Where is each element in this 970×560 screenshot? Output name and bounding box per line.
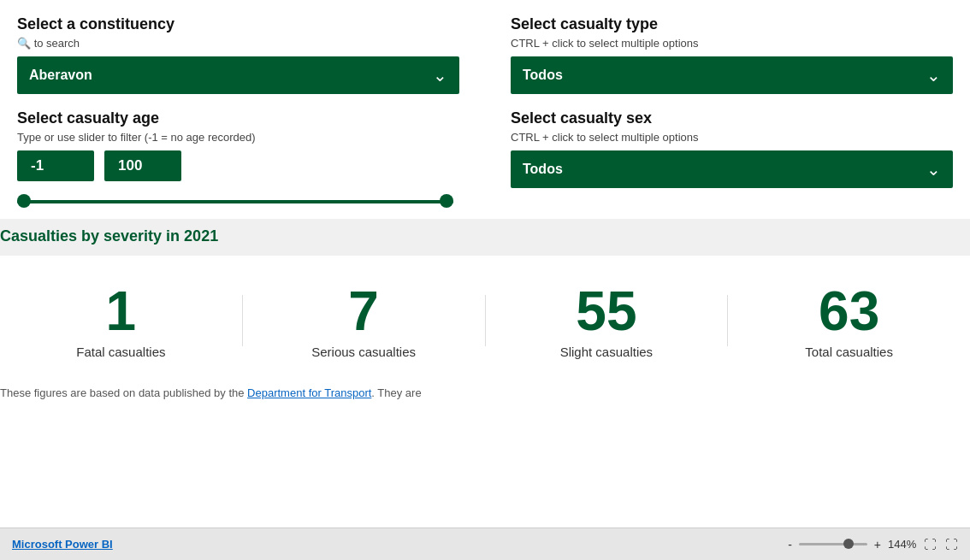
chevron-down-icon: ⌄ [926,159,941,180]
casualty-sex-section: Select casualty sex CTRL + click to sele… [511,109,953,207]
casualty-sex-title: Select casualty sex [511,109,953,127]
casualty-type-dropdown[interactable]: Todos ⌄ [511,56,953,94]
casualty-sex-value: Todos [523,162,563,177]
casualty-sex-dropdown[interactable]: Todos ⌄ [511,150,953,188]
fullscreen-icon[interactable]: ⛶ [945,537,958,551]
casualty-age-title: Select casualty age [17,109,459,127]
age-inputs-container: -1 100 [17,150,459,181]
casualty-type-value: Todos [523,68,563,83]
stat-fatal: 1 Fatal casualties [0,281,242,359]
casualty-age-section: Select casualty age Type or use slider t… [17,109,459,207]
constituency-dropdown[interactable]: Aberavon ⌄ [17,56,459,94]
chevron-down-icon: ⌄ [926,65,941,85]
footer-text-before: These figures are based on data publishe… [0,386,247,399]
casualty-sex-hint: CTRL + click to select multiple options [511,131,953,144]
zoom-minus-button[interactable]: - [786,538,794,551]
footer-text-after: . They are [371,386,421,399]
stat-slight: 55 Slight casualties [486,281,728,359]
stat-serious: 7 Serious casualties [243,281,485,359]
zoom-controls: - + 144% ⛶ ⛶ [786,537,958,551]
bottom-icons: ⛶ ⛶ [924,537,958,551]
age-slider-thumb-left[interactable] [17,194,31,208]
department-transport-link[interactable]: Department for Transport [247,386,371,399]
age-slider-fill [17,200,453,203]
casualty-type-title: Select casualty type [511,15,953,33]
zoom-plus-button[interactable]: + [872,538,883,551]
zoom-percent-label: 144% [888,538,919,551]
stats-row: 1 Fatal casualties 7 Serious casualties … [0,256,970,376]
total-label: Total casualties [728,345,970,359]
zoom-slider-thumb[interactable] [843,539,854,549]
constituency-hint: 🔍 Use 🔍 to search to search [17,37,459,50]
casualty-type-hint: CTRL + click to select multiple options [511,37,953,50]
casualties-header: Casualties by severity in 2021 [0,219,970,256]
serious-label: Serious casualties [243,345,485,359]
casualty-type-section: Select casualty type CTRL + click to sel… [511,15,953,94]
footer-note: These figures are based on data publishe… [0,376,970,404]
age-min-input[interactable]: -1 [17,150,94,181]
casualty-age-hint: Type or use slider to filter (-1 = no ag… [17,131,459,144]
zoom-slider-track[interactable] [799,543,867,545]
stat-total: 63 Total casualties [728,281,970,359]
bottom-bar: Microsoft Power BI - + 144% ⛶ ⛶ [0,528,970,560]
constituency-value: Aberavon [29,68,92,83]
constituency-section: Select a constituency 🔍 Use 🔍 to search … [17,15,459,94]
casualties-title: Casualties by severity in 2021 [0,227,970,245]
age-max-input[interactable]: 100 [104,150,181,181]
fit-page-icon[interactable]: ⛶ [924,537,937,551]
fatal-label: Fatal casualties [0,345,242,359]
search-icon: 🔍 [17,37,31,50]
total-number: 63 [728,281,970,341]
chevron-down-icon: ⌄ [433,65,447,85]
age-slider-container [17,190,459,207]
powerbi-link[interactable]: Microsoft Power BI [12,538,113,551]
serious-number: 7 [243,281,485,341]
slight-number: 55 [486,281,728,341]
age-slider-track[interactable] [17,200,453,203]
constituency-title: Select a constituency [17,15,459,33]
fatal-number: 1 [0,281,242,341]
age-slider-thumb-right[interactable] [440,194,453,208]
slight-label: Slight casualties [486,345,728,359]
